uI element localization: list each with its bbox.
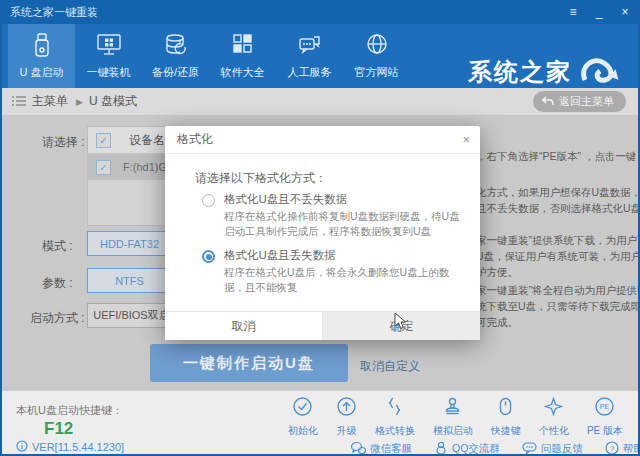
back-arrow-icon xyxy=(542,96,554,108)
nav-item-usb-boot[interactable]: U 盘启动 xyxy=(8,24,75,88)
breadcrumb-separator: ▶ xyxy=(76,97,83,107)
support-links: 微信客服 QQ交流群 问题反馈 ? xyxy=(350,441,640,456)
breadcrumb-root[interactable]: 主菜单 xyxy=(32,93,68,110)
device-checkbox[interactable]: ✓ xyxy=(96,160,111,175)
main-nav: U 盘启动 一键装机 备份/还原 xyxy=(2,24,638,88)
tool-label: 快捷键 xyxy=(491,424,521,438)
help-text-line: 统下载至U盘，只需等待下载完成即 xyxy=(476,300,640,314)
feedback-link[interactable]: 问题反馈 xyxy=(522,441,583,456)
cancel-custom-link[interactable]: 取消自定义 xyxy=(360,358,420,375)
option-title: 格式化U盘且不丢失数据 xyxy=(224,192,347,207)
param-label: 参数 : xyxy=(42,275,73,292)
nav-item-backup-restore[interactable]: 备份/还原 xyxy=(142,24,209,88)
mouse-icon xyxy=(495,396,516,421)
hotkey-value: F12 xyxy=(44,419,73,439)
radio-lose-data[interactable] xyxy=(202,250,215,263)
tool-format-convert[interactable]: 格式转换 xyxy=(366,396,424,438)
help-text-line: 家一键重装”将全程自动为用户提供PE xyxy=(476,284,640,298)
option-desc: 程序在格式化操作前将复制U盘数据到硬盘，待U盘启动工具制作完成后，程序将数据恢复… xyxy=(224,209,462,239)
star-icon xyxy=(543,396,564,421)
version-info[interactable]: VER[11.5.44.1230] xyxy=(16,440,124,454)
nav-item-label: 一键装机 xyxy=(87,65,131,80)
breadcrumb-current: U 盘模式 xyxy=(89,93,137,110)
format-dialog-header: 格式化 × xyxy=(165,126,480,154)
dialog-title: 格式化 xyxy=(177,131,213,148)
mode-select-button[interactable]: HDD-FAT32 xyxy=(87,231,172,256)
tool-init[interactable]: 初始化 xyxy=(279,396,327,438)
make-boot-usb-button[interactable]: 一键制作启动U盘 xyxy=(150,344,348,382)
device-name-column: 设备名 xyxy=(129,132,165,149)
nav-item-label: 软件大全 xyxy=(221,65,265,80)
back-to-menu-button[interactable]: 返回主菜单 xyxy=(533,91,626,112)
tool-label: 模拟启动 xyxy=(433,424,473,438)
cancel-button[interactable]: 取消 xyxy=(165,312,322,340)
svg-text:?: ? xyxy=(610,444,615,453)
radio-keep-data[interactable] xyxy=(202,194,215,207)
upgrade-icon xyxy=(336,396,357,421)
minimize-icon[interactable]: _ xyxy=(592,5,606,19)
wechat-icon xyxy=(350,441,366,456)
monitor-windows-icon xyxy=(96,32,122,60)
close-icon[interactable]: × xyxy=(618,5,632,19)
nav-item-label: 备份/还原 xyxy=(152,65,199,80)
param-select-button[interactable]: NTFS xyxy=(87,268,172,293)
nav-item-one-key-install[interactable]: 一键装机 xyxy=(75,24,142,88)
link-label: QQ交流群 xyxy=(452,442,500,456)
brand-title: 系统之家 xyxy=(468,60,572,84)
tool-hotkeys[interactable]: 快捷键 xyxy=(482,396,530,438)
tool-label: 个性化 xyxy=(539,424,569,438)
tool-pe-version[interactable]: PE PE 版本 xyxy=(578,396,632,438)
check-circle-icon xyxy=(292,396,313,421)
tool-label: 初始化 xyxy=(288,424,318,438)
link-label: 微信客服 xyxy=(370,442,412,456)
version-text: VER[11.5.44.1230] xyxy=(32,441,124,453)
apps-grid-icon xyxy=(230,32,256,60)
swoosh-logo-icon xyxy=(578,54,624,90)
help-text-line: ，右下角选择“PE版本” ，点击一键 xyxy=(476,150,636,164)
dialog-close-icon[interactable]: × xyxy=(462,132,470,147)
boot-mode-label: 启动方式 : xyxy=(30,310,85,327)
qq-icon xyxy=(434,441,448,456)
qq-group-link[interactable]: QQ交流群 xyxy=(434,441,500,456)
dialog-footer: 取消 确定 xyxy=(165,311,480,340)
link-label: 问题反馈 xyxy=(541,442,583,456)
pe-circle-icon: PE xyxy=(594,396,615,421)
tool-personalize[interactable]: 个性化 xyxy=(530,396,578,438)
app-window: 系统之家一键重装 ≡ _ × U 盘启动 一键装机 xyxy=(0,0,640,456)
nav-item-software[interactable]: 软件大全 xyxy=(209,24,276,88)
list-icon[interactable] xyxy=(12,93,26,111)
tool-upgrade[interactable]: 升级 xyxy=(327,396,366,438)
stamp-icon xyxy=(442,396,463,421)
breadcrumb: 主菜单 ▶ U 盘模式 返回主菜单 xyxy=(2,88,638,116)
help-text-line: 家一键重装”提供系统下载，为用户下 xyxy=(476,234,640,248)
database-restore-icon xyxy=(163,32,189,60)
menu-icon[interactable]: ≡ xyxy=(566,5,580,19)
back-to-menu-label: 返回主菜单 xyxy=(559,94,614,109)
chat-service-icon xyxy=(297,32,323,60)
select-device-label: 请选择 : xyxy=(42,134,85,151)
select-all-checkbox[interactable]: ✓ xyxy=(96,133,111,148)
usb-drive-icon xyxy=(30,32,54,60)
title-bar: 系统之家一键重装 ≡ _ × xyxy=(2,0,638,24)
info-icon xyxy=(16,440,28,454)
help-icon: ? xyxy=(605,441,619,456)
help-text-line: 且不丢失数据，否则选择格式化U盘 xyxy=(476,202,640,216)
tool-shortcuts: 初始化 升级 格式转换 xyxy=(279,396,632,438)
nav-item-website[interactable]: 官方网站 xyxy=(343,24,410,88)
help-video-link[interactable]: ? 帮助视频 xyxy=(605,441,640,456)
window-title: 系统之家一键重装 xyxy=(10,5,98,20)
tool-simulate-boot[interactable]: 模拟启动 xyxy=(424,396,482,438)
status-bar: 本机U盘启动快捷键： F12 VER[11.5.44.1230] 初始化 xyxy=(2,390,638,456)
mode-label: 模式 : xyxy=(42,238,73,255)
help-text-line: 化方式，如果用户想保存U盘数据，就 xyxy=(476,186,640,200)
format-dialog: 格式化 × 请选择以下格式化方式： 格式化U盘且不丢失数据 程序在格式化操作前将… xyxy=(165,126,480,339)
help-text-line: U盘，保证用户有系统可装，为用户维 xyxy=(476,250,640,264)
wechat-support-link[interactable]: 微信客服 xyxy=(350,441,412,456)
convert-icon xyxy=(384,396,405,421)
tool-label: 格式转换 xyxy=(375,424,415,438)
nav-item-support[interactable]: 人工服务 xyxy=(276,24,343,88)
option-desc: 程序在格式化U盘后，将会永久删除您U盘上的数据，且不能恢复 xyxy=(224,265,470,295)
globe-icon xyxy=(364,32,390,60)
format-prompt: 请选择以下格式化方式： xyxy=(195,170,327,187)
svg-text:PE: PE xyxy=(600,403,610,410)
